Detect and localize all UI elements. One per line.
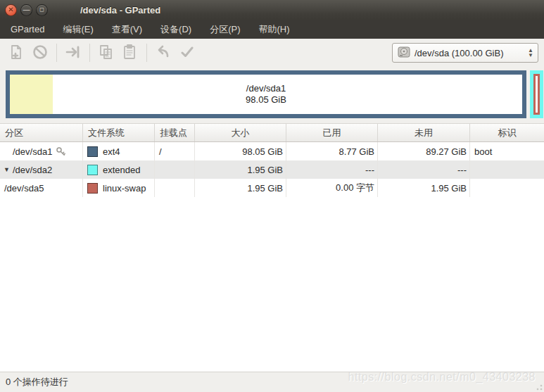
watermark-text: https://blog.csdn.net/m0_43403238: [348, 371, 536, 384]
menu-device[interactable]: 设备(D): [156, 20, 196, 39]
filesystem-color-swatch: [87, 146, 98, 157]
partition-visual-size: 98.05 GiB: [246, 94, 286, 106]
table-row[interactable]: /dev/sda1 ext4 / 98.05 GiB 8.77 GiB 89.2…: [0, 142, 544, 160]
partition-visual-label: /dev/sda1: [246, 83, 286, 94]
disk-visual-panel: /dev/sda1 98.05 GiB: [0, 67, 544, 123]
column-header-unused[interactable]: 未用: [378, 124, 470, 141]
flags-cell: boot: [470, 142, 544, 160]
paste-button[interactable]: [118, 42, 142, 64]
maximize-button[interactable]: ◻: [36, 4, 48, 16]
delete-partition-button[interactable]: [28, 42, 52, 64]
table-row[interactable]: /dev/sda5 linux-swap 1.95 GiB 0.00 字节 1.…: [0, 179, 544, 197]
partition-visual-sda5-swap[interactable]: [533, 74, 540, 115]
menu-help[interactable]: 帮助(H): [254, 20, 295, 39]
gparted-window: ✕ — ◻ /dev/sda - GParted GParted 编辑(E) 查…: [0, 0, 544, 392]
new-partition-icon: [8, 44, 25, 63]
mount-point-cell: /: [155, 142, 195, 160]
used-cell: ---: [286, 160, 378, 179]
menu-edit[interactable]: 编辑(E): [58, 20, 98, 39]
column-header-size[interactable]: 大小: [195, 124, 286, 141]
unused-cell: 89.27 GiB: [378, 142, 470, 160]
delete-icon: [32, 44, 49, 63]
copy-button[interactable]: [94, 42, 118, 64]
device-selector-value: /dev/sda (100.00 GiB): [415, 48, 528, 58]
partition-name: /dev/sda2: [13, 165, 52, 175]
unused-cell: 1.95 GiB: [378, 179, 470, 197]
device-selector[interactable]: /dev/sda (100.00 GiB) ▲▼: [392, 43, 538, 63]
filesystem-color-swatch: [87, 183, 98, 194]
mount-point-cell: [155, 160, 195, 179]
menubar: GParted 编辑(E) 查看(V) 设备(D) 分区(P) 帮助(H): [0, 20, 544, 39]
table-header-row: 分区 文件系统 挂载点 大小 已用 未用 标识: [0, 123, 544, 142]
size-cell: 98.05 GiB: [195, 142, 286, 160]
copy-icon: [98, 44, 115, 63]
mount-point-cell: [155, 179, 195, 197]
apply-button[interactable]: [175, 42, 199, 64]
column-header-partition[interactable]: 分区: [0, 124, 83, 141]
resize-move-button[interactable]: [61, 42, 85, 64]
table-row[interactable]: ▼ /dev/sda2 extended 1.95 GiB --- ---: [0, 160, 544, 179]
pending-operations-text: 0 个操作待进行: [6, 376, 68, 388]
undo-button[interactable]: [151, 42, 175, 64]
partition-visual-sda1[interactable]: /dev/sda1 98.05 GiB: [6, 70, 526, 118]
key-icon: [56, 146, 66, 157]
device-selector-spinner[interactable]: ▲▼: [528, 48, 533, 58]
menu-gparted[interactable]: GParted: [6, 21, 49, 37]
menu-view[interactable]: 查看(V): [107, 20, 147, 39]
minimize-button[interactable]: —: [20, 4, 32, 16]
filesystem-name: linux-swap: [103, 183, 146, 194]
new-partition-button[interactable]: [4, 42, 28, 64]
column-header-filesystem[interactable]: 文件系统: [83, 124, 155, 141]
resize-move-icon: [65, 44, 82, 63]
partition-visual-sda2-extended[interactable]: [530, 70, 543, 118]
size-cell: 1.95 GiB: [195, 160, 286, 179]
used-cell: 0.00 字节: [286, 179, 378, 197]
titlebar: ✕ — ◻ /dev/sda - GParted: [0, 0, 544, 20]
resize-grip-icon[interactable]: [534, 382, 543, 391]
toolbar: /dev/sda (100.00 GiB) ▲▼: [0, 39, 544, 67]
partition-name: /dev/sda5: [4, 183, 44, 194]
expander-icon[interactable]: ▼: [4, 166, 10, 173]
close-button[interactable]: ✕: [5, 4, 17, 16]
window-title: /dev/sda - GParted: [80, 5, 160, 15]
toolbar-separator: [146, 44, 147, 62]
hard-disk-icon: [397, 45, 411, 61]
flags-cell: [470, 160, 544, 179]
filesystem-name: extended: [103, 165, 141, 175]
column-header-used[interactable]: 已用: [286, 124, 378, 141]
flags-cell: [470, 179, 544, 197]
used-cell: 8.77 GiB: [286, 142, 378, 160]
column-header-flags[interactable]: 标识: [470, 124, 544, 141]
unused-cell: ---: [378, 160, 470, 179]
size-cell: 1.95 GiB: [195, 179, 286, 197]
undo-icon: [155, 44, 172, 63]
apply-icon: [179, 44, 196, 63]
toolbar-separator: [89, 44, 90, 62]
filesystem-name: ext4: [103, 146, 120, 157]
filesystem-color-swatch: [87, 165, 98, 175]
column-header-mountpoint[interactable]: 挂载点: [155, 124, 195, 141]
partition-name: /dev/sda1: [13, 146, 52, 157]
menu-partition[interactable]: 分区(P): [205, 20, 245, 39]
paste-icon: [122, 44, 139, 63]
toolbar-separator: [56, 44, 57, 62]
partition-table: 分区 文件系统 挂载点 大小 已用 未用 标识 /dev/sda1 ext4 /…: [0, 123, 544, 197]
